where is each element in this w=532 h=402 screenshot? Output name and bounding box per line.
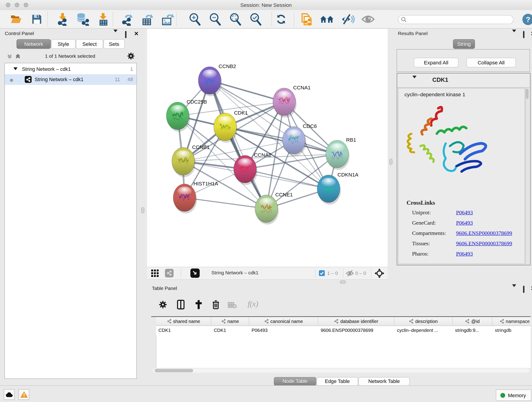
crosslink-value-link[interactable]: P06493	[456, 210, 473, 216]
import-table-from-file-icon[interactable]	[96, 12, 110, 26]
column-header-database-identifier[interactable]: database identifier	[318, 317, 394, 326]
panel-menu-icon[interactable]	[512, 287, 518, 293]
node-CDKN1A[interactable]: CDKN1A	[317, 172, 359, 205]
duplicate-network-icon[interactable]	[300, 12, 314, 26]
table-row: CDK1CDK1P064939606.ENSP00000378699cyclin…	[156, 326, 531, 335]
table-horizontal-scrollbar[interactable]	[152, 369, 529, 373]
node-CCNA1[interactable]: CCNA1	[273, 85, 311, 118]
column-header-canonical-name[interactable]: canonical name	[249, 317, 318, 326]
hide-selected-eye-icon[interactable]	[341, 12, 355, 26]
node-HIST1H1A[interactable]: HIST1H1A	[173, 181, 218, 214]
gene-section-header[interactable]: CDK1	[397, 74, 530, 88]
panel-float-icon[interactable]	[523, 32, 529, 37]
splitter-handle[interactable]	[141, 207, 145, 213]
table-gear-icon[interactable]	[157, 299, 168, 310]
search-field[interactable]	[398, 15, 513, 24]
results-scrollbar[interactable]	[525, 88, 529, 264]
tab-style[interactable]: Style	[51, 39, 76, 49]
results-scrollbar-thumb[interactable]	[526, 89, 529, 99]
zoom-fit-icon[interactable]	[229, 12, 242, 26]
panel-menu-icon[interactable]	[114, 32, 119, 38]
cloud-status-button[interactable]	[4, 389, 15, 400]
open-session-icon[interactable]	[9, 12, 23, 26]
crosslink-value-link[interactable]: 9606.ENSP00000378699	[456, 230, 512, 236]
column-header-name[interactable]: name	[211, 317, 249, 326]
memory-button[interactable]: Memory	[496, 390, 532, 401]
node-CDC25B[interactable]: CDC25B	[166, 99, 207, 132]
table-cell[interactable]: CDK1	[211, 326, 249, 335]
search-input[interactable]	[409, 17, 513, 23]
table-scrollbar-thumb[interactable]	[155, 369, 193, 372]
network-options-gear-icon[interactable]	[127, 52, 135, 60]
table-cell[interactable]: cyclin–dependent ...	[394, 326, 453, 335]
refresh-layout-icon[interactable]	[274, 12, 288, 26]
tab-string[interactable]: String	[453, 39, 475, 49]
column-header-shared-name[interactable]: shared name	[156, 317, 211, 326]
selected-count-checkbox[interactable]	[319, 270, 325, 276]
tab-network[interactable]: Network	[17, 39, 51, 49]
select-columns-icon[interactable]	[175, 299, 186, 310]
crosslink-value-link[interactable]: P06493	[456, 251, 473, 257]
panel-float-icon[interactable]	[125, 32, 131, 37]
table-cell[interactable]: CDK1	[156, 326, 211, 335]
pan-crosshair-icon[interactable]	[375, 269, 384, 278]
show-all-eye-icon[interactable]	[361, 12, 375, 26]
network-row[interactable]: String Network – cdk1 11 48	[5, 74, 137, 85]
column-header--id[interactable]: @id	[453, 317, 493, 326]
birds-eye-view-icon[interactable]	[190, 269, 200, 278]
edge-CCNA2-CDKN1A[interactable]	[245, 169, 329, 189]
hidden-count-eye-icon[interactable]	[346, 270, 354, 277]
status-bar-divider	[0, 385, 532, 386]
add-column-icon[interactable]	[193, 299, 204, 310]
help-button[interactable]: ?	[522, 14, 532, 25]
column-header-description[interactable]: description	[394, 317, 453, 326]
zoom-selected-icon[interactable]	[249, 12, 263, 26]
save-session-icon[interactable]	[30, 12, 44, 26]
expand-all-button[interactable]: Expand All	[414, 58, 458, 67]
tab-select[interactable]: Select	[76, 39, 103, 49]
zoom-in-icon[interactable]	[188, 12, 202, 26]
function-builder-icon[interactable]: f(x)	[245, 298, 261, 309]
table-cell[interactable]: stringdb	[493, 326, 532, 335]
collapse-all-button[interactable]: Collapse All	[467, 58, 516, 67]
column-header-namespace[interactable]: namespace	[493, 317, 532, 326]
first-neighbors-icon[interactable]	[320, 12, 334, 26]
panel-close-icon[interactable]: ✕	[531, 286, 532, 292]
export-table-icon[interactable]	[141, 12, 155, 26]
grid-view-icon[interactable]	[151, 269, 159, 277]
delete-column-icon[interactable]	[210, 299, 221, 310]
zoom-out-icon[interactable]	[208, 12, 222, 26]
network-canvas[interactable]: CCNB2CCNA1CDC25BCDK1CDC6RB1CCNB1CCNA2CDK…	[147, 29, 388, 267]
search-icon	[401, 17, 407, 22]
crosslink-value-link[interactable]: 9606.ENSP00000378699	[456, 240, 512, 247]
section-expander-icon[interactable]	[412, 78, 418, 84]
panel-close-icon[interactable]: ✕	[134, 32, 139, 37]
import-network-from-file-icon[interactable]	[56, 12, 70, 26]
table-cell[interactable]: 9606.ENSP00000378699	[318, 326, 394, 335]
table-cell[interactable]: P06493	[249, 326, 318, 335]
delete-table-icon[interactable]	[227, 300, 238, 311]
crosslink-row: Compartments:9606.ENSP00000378699	[412, 230, 522, 236]
panel-float-icon[interactable]	[523, 287, 529, 292]
tab-edge-table[interactable]: Edge Table	[317, 377, 358, 386]
node-CCNB2[interactable]: CCNB2	[198, 64, 236, 96]
tab-network-table[interactable]: Network Table	[359, 377, 410, 386]
splitter-handle[interactable]	[389, 159, 393, 165]
warning-status-button[interactable]	[19, 389, 29, 400]
edge-CCNB2-CCNE1[interactable]	[210, 80, 266, 209]
panel-close-icon[interactable]: ✕	[531, 32, 532, 37]
tab-node-table[interactable]: Node Table	[274, 377, 317, 386]
crosslink-value-link[interactable]: P06493	[456, 220, 473, 226]
node-CCNE1[interactable]: CCNE1	[255, 192, 293, 225]
table-cell[interactable]: stringdb:9...	[453, 326, 493, 335]
export-image-icon[interactable]	[161, 12, 175, 26]
network-collection-row[interactable]: String Network – cdk1 1	[5, 64, 137, 75]
network-view-type-icon[interactable]	[165, 269, 174, 278]
export-network-icon[interactable]	[121, 12, 135, 26]
splitter-handle[interactable]	[340, 281, 346, 284]
crosslinks-title: CrossLinks	[407, 199, 435, 206]
import-network-from-database-icon[interactable]	[76, 12, 89, 26]
panel-menu-icon[interactable]	[512, 32, 518, 38]
node-RB1[interactable]: RB1	[326, 137, 356, 170]
tab-sets[interactable]: Sets	[104, 39, 125, 49]
